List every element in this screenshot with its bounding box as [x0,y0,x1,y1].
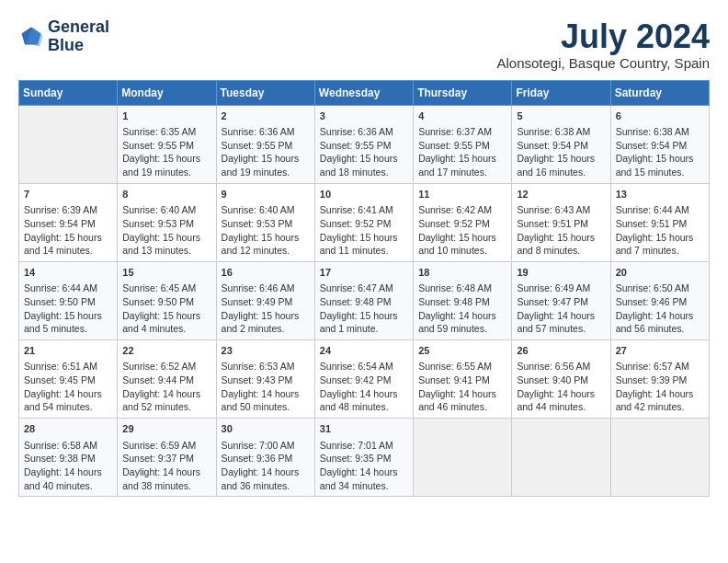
calendar-week-row: 28 Sunrise: 6:58 AM Sunset: 9:38 PM Dayl… [19,419,710,497]
sunrise-line: Sunrise: 6:54 AM [320,361,393,372]
sunrise-line: Sunrise: 6:53 AM [222,361,295,372]
daylight-line1: Daylight: 14 hours [122,388,200,399]
sunset-line: Sunset: 9:45 PM [24,374,96,385]
sunrise-line: Sunrise: 6:44 AM [24,282,97,293]
calendar-cell [414,419,512,497]
daylight-line2: and 19 minutes. [222,167,290,178]
sunset-line: Sunset: 9:51 PM [616,218,688,229]
sunrise-line: Sunrise: 6:39 AM [24,204,97,215]
calendar-cell: 30 Sunrise: 7:00 AM Sunset: 9:36 PM Dayl… [216,419,314,497]
calendar-cell: 8 Sunrise: 6:40 AM Sunset: 9:53 PM Dayli… [118,183,216,261]
calendar-cell: 15 Sunrise: 6:45 AM Sunset: 9:50 PM Dayl… [118,261,216,339]
daylight-line2: and 13 minutes. [122,245,191,256]
sunset-line: Sunset: 9:40 PM [517,374,588,385]
day-number: 27 [616,344,704,358]
day-number: 17 [320,266,408,280]
sunset-line: Sunset: 9:54 PM [24,218,96,229]
calendar-cell: 5 Sunrise: 6:38 AM Sunset: 9:54 PM Dayli… [512,105,610,183]
daylight-line1: Daylight: 15 hours [222,232,300,243]
daylight-line1: Daylight: 14 hours [616,310,694,321]
weekday-header-row: SundayMondayTuesdayWednesdayThursdayFrid… [19,80,710,105]
calendar-table: SundayMondayTuesdayWednesdayThursdayFrid… [18,80,710,498]
sunrise-line: Sunrise: 6:35 AM [122,126,196,137]
calendar-cell [19,105,118,183]
daylight-line2: and 56 minutes. [616,323,685,334]
sunset-line: Sunset: 9:55 PM [418,140,490,151]
daylight-line1: Daylight: 14 hours [24,466,102,477]
day-number: 7 [24,188,112,201]
sunrise-line: Sunrise: 6:51 AM [24,361,97,372]
daylight-line1: Daylight: 14 hours [418,388,496,399]
sunset-line: Sunset: 9:49 PM [222,296,293,307]
day-number: 25 [418,344,506,358]
sunrise-line: Sunrise: 6:57 AM [616,361,689,372]
daylight-line1: Daylight: 14 hours [320,466,398,477]
sunrise-line: Sunrise: 6:40 AM [222,204,295,215]
day-number: 14 [24,266,112,280]
sunset-line: Sunset: 9:55 PM [222,140,293,151]
page-header: General Blue July 2024 Alonsotegi, Basqu… [18,18,710,71]
calendar-cell: 24 Sunrise: 6:54 AM Sunset: 9:42 PM Dayl… [314,340,413,419]
day-number: 28 [24,422,112,436]
daylight-line1: Daylight: 14 hours [517,310,595,321]
sunrise-line: Sunrise: 6:42 AM [418,204,492,215]
calendar-cell: 21 Sunrise: 6:51 AM Sunset: 9:45 PM Dayl… [19,340,118,419]
daylight-line1: Daylight: 15 hours [320,153,398,164]
calendar-cell: 17 Sunrise: 6:47 AM Sunset: 9:48 PM Dayl… [314,261,413,339]
daylight-line2: and 10 minutes. [418,245,487,256]
calendar-cell: 16 Sunrise: 6:46 AM Sunset: 9:49 PM Dayl… [216,261,314,339]
sunset-line: Sunset: 9:37 PM [122,453,194,464]
sunrise-line: Sunrise: 6:37 AM [418,126,492,137]
day-number: 31 [320,422,408,436]
daylight-line2: and 2 minutes. [222,323,285,334]
calendar-cell: 13 Sunrise: 6:44 AM Sunset: 9:51 PM Dayl… [610,183,709,261]
daylight-line2: and 1 minute. [320,323,379,334]
logo: General Blue [18,18,109,55]
daylight-line2: and 18 minutes. [320,167,389,178]
daylight-line1: Daylight: 14 hours [616,388,694,399]
daylight-line2: and 46 minutes. [418,401,487,412]
sunrise-line: Sunrise: 6:40 AM [122,204,196,215]
sunset-line: Sunset: 9:39 PM [616,374,688,385]
sunset-line: Sunset: 9:48 PM [418,296,490,307]
daylight-line2: and 50 minutes. [222,401,290,412]
day-number: 16 [222,266,310,280]
daylight-line2: and 44 minutes. [517,401,586,412]
calendar-cell: 14 Sunrise: 6:44 AM Sunset: 9:50 PM Dayl… [19,261,118,339]
sunrise-line: Sunrise: 6:38 AM [517,126,590,137]
daylight-line2: and 19 minutes. [122,167,191,178]
calendar-cell: 3 Sunrise: 6:36 AM Sunset: 9:55 PM Dayli… [314,105,413,183]
daylight-line1: Daylight: 14 hours [122,466,200,477]
sunset-line: Sunset: 9:51 PM [517,218,588,229]
calendar-cell: 27 Sunrise: 6:57 AM Sunset: 9:39 PM Dayl… [610,340,709,419]
sunset-line: Sunset: 9:54 PM [616,140,688,151]
daylight-line2: and 54 minutes. [24,401,93,412]
sunset-line: Sunset: 9:42 PM [320,374,392,385]
day-number: 11 [418,188,506,201]
daylight-line2: and 5 minutes. [24,323,87,334]
sunrise-line: Sunrise: 6:45 AM [122,282,196,293]
weekday-header-saturday: Saturday [610,80,709,105]
sunset-line: Sunset: 9:47 PM [517,296,588,307]
daylight-line1: Daylight: 15 hours [616,153,694,164]
daylight-line1: Daylight: 15 hours [122,232,200,243]
day-number: 8 [122,188,210,201]
day-number: 10 [320,188,408,201]
sunset-line: Sunset: 9:50 PM [122,296,194,307]
daylight-line1: Daylight: 15 hours [222,310,300,321]
calendar-week-row: 14 Sunrise: 6:44 AM Sunset: 9:50 PM Dayl… [19,261,710,339]
sunrise-line: Sunrise: 6:38 AM [616,126,689,137]
day-number: 21 [24,344,112,358]
sunrise-line: Sunrise: 6:36 AM [320,126,393,137]
month-title: July 2024 [496,18,710,55]
daylight-line1: Daylight: 15 hours [418,153,496,164]
calendar-cell: 23 Sunrise: 6:53 AM Sunset: 9:43 PM Dayl… [216,340,314,419]
calendar-cell: 25 Sunrise: 6:55 AM Sunset: 9:41 PM Dayl… [414,340,512,419]
weekday-header-sunday: Sunday [19,80,118,105]
daylight-line2: and 17 minutes. [418,167,487,178]
daylight-line1: Daylight: 14 hours [320,388,398,399]
sunrise-line: Sunrise: 6:46 AM [222,282,295,293]
day-number: 24 [320,344,408,358]
daylight-line1: Daylight: 14 hours [517,388,595,399]
daylight-line2: and 7 minutes. [616,245,679,256]
